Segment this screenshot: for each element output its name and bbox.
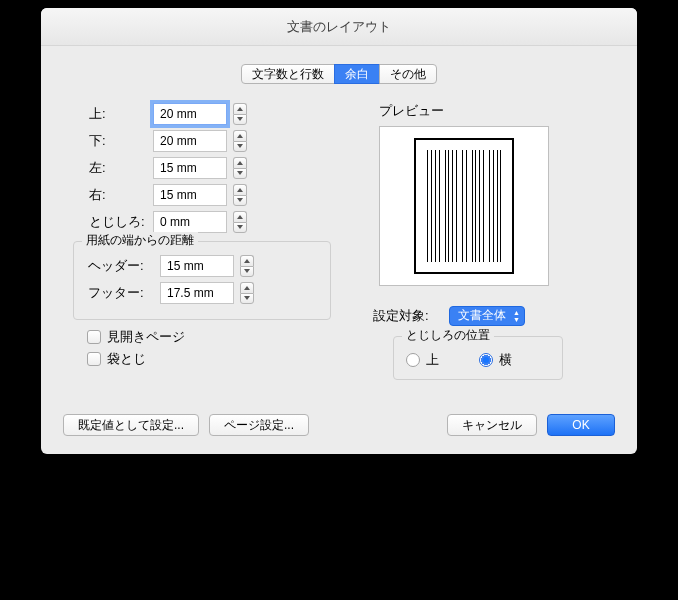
left-margin-stepper[interactable]: [233, 157, 247, 179]
gutter-field[interactable]: [153, 211, 247, 233]
right-margin-input[interactable]: [153, 184, 227, 206]
radio-gutter-side-label: 横: [499, 351, 512, 369]
checkbox-facing-pages[interactable]: 見開きページ: [87, 328, 363, 346]
page-thumbnail: [414, 138, 514, 274]
window-title: 文書のレイアウト: [41, 8, 637, 46]
dialog-footer: 既定値として設定... ページ設定... キャンセル OK: [63, 414, 615, 436]
chevron-updown-icon: ▲▼: [513, 309, 520, 323]
checkbox-book-fold[interactable]: 袋とじ: [87, 350, 363, 368]
right-panel: プレビュー 設定対象:: [363, 98, 615, 380]
label-footer: フッター:: [84, 284, 160, 302]
left-panel: 上: 下: 左:: [63, 98, 363, 380]
label-top: 上:: [63, 105, 153, 123]
apply-to-label: 設定対象:: [373, 307, 449, 325]
preview-box: [379, 126, 549, 286]
gutter-input[interactable]: [153, 211, 227, 233]
apply-to-value: 文書全体: [458, 308, 506, 322]
header-distance-input[interactable]: [160, 255, 234, 277]
right-margin-stepper[interactable]: [233, 184, 247, 206]
right-margin-field[interactable]: [153, 184, 247, 206]
tab-chars[interactable]: 文字数と行数: [241, 64, 335, 84]
radio-gutter-side[interactable]: 横: [479, 351, 512, 369]
bottom-margin-field[interactable]: [153, 130, 247, 152]
cancel-button[interactable]: キャンセル: [447, 414, 537, 436]
label-bottom: 下:: [63, 132, 153, 150]
set-defaults-button[interactable]: 既定値として設定...: [63, 414, 199, 436]
group-edge-legend: 用紙の端からの距離: [82, 232, 198, 249]
label-left: 左:: [63, 159, 153, 177]
dialog-document-layout: 文書のレイアウト 文字数と行数 余白 その他 上: 下:: [41, 8, 637, 454]
apply-to-select[interactable]: 文書全体 ▲▼: [449, 306, 525, 326]
page-setup-button[interactable]: ページ設定...: [209, 414, 309, 436]
checkbox-icon: [87, 330, 101, 344]
group-edge-distance: 用紙の端からの距離 ヘッダー: フッター:: [73, 241, 331, 320]
radio-icon: [406, 353, 420, 367]
header-distance-field[interactable]: [160, 255, 254, 277]
top-margin-input[interactable]: [153, 103, 227, 125]
tab-other[interactable]: その他: [379, 64, 437, 84]
label-gutter: とじしろ:: [63, 213, 153, 231]
gutter-pos-legend: とじしろの位置: [402, 327, 494, 344]
footer-distance-field[interactable]: [160, 282, 254, 304]
radio-gutter-top[interactable]: 上: [406, 351, 439, 369]
bottom-margin-input[interactable]: [153, 130, 227, 152]
ok-button[interactable]: OK: [547, 414, 615, 436]
preview-heading: プレビュー: [379, 102, 615, 120]
left-margin-field[interactable]: [153, 157, 247, 179]
tab-margins[interactable]: 余白: [334, 64, 380, 84]
footer-distance-stepper[interactable]: [240, 282, 254, 304]
header-distance-stepper[interactable]: [240, 255, 254, 277]
top-margin-stepper[interactable]: [233, 103, 247, 125]
footer-distance-input[interactable]: [160, 282, 234, 304]
left-margin-input[interactable]: [153, 157, 227, 179]
label-right: 右:: [63, 186, 153, 204]
top-margin-field[interactable]: [153, 103, 247, 125]
tabs: 文字数と行数 余白 その他: [63, 64, 615, 84]
checkbox-facing-label: 見開きページ: [107, 328, 185, 346]
checkbox-icon: [87, 352, 101, 366]
radio-gutter-top-label: 上: [426, 351, 439, 369]
label-header: ヘッダー:: [84, 257, 160, 275]
gutter-stepper[interactable]: [233, 211, 247, 233]
checkbox-bookfold-label: 袋とじ: [107, 350, 146, 368]
group-gutter-position: とじしろの位置 上 横: [393, 336, 563, 380]
bottom-margin-stepper[interactable]: [233, 130, 247, 152]
radio-icon: [479, 353, 493, 367]
